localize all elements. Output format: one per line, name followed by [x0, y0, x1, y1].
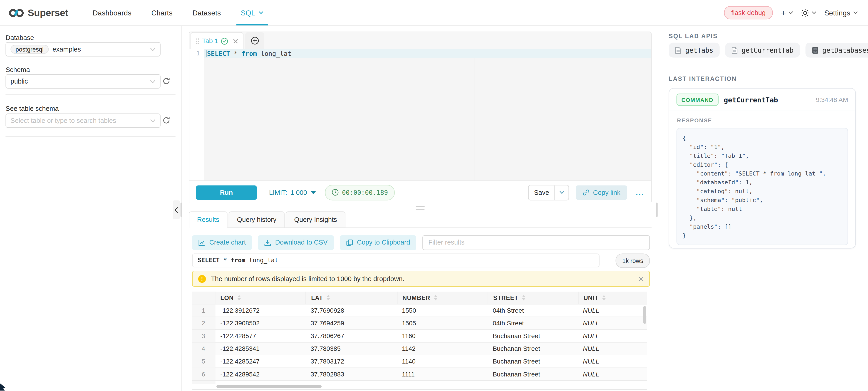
get-tabs-button[interactable]: getTabs [669, 43, 719, 58]
copy-icon [346, 239, 353, 246]
tab-results[interactable]: Results [189, 211, 227, 228]
column-header-number[interactable]: NUMBER [397, 292, 488, 304]
get-current-tab-button[interactable]: getCurrentTab [725, 43, 800, 58]
download-icon [264, 239, 271, 246]
table-row[interactable]: 6 -122.4289542 37.7802883 1111 Buchanan … [192, 368, 647, 381]
copy-link-button[interactable]: Copy link [576, 185, 627, 199]
save-button[interactable]: Save [529, 185, 554, 199]
sort-icon [327, 295, 330, 300]
table-cell: 04th Street [488, 320, 578, 327]
vertical-scrollbar-thumb[interactable] [643, 306, 646, 324]
run-query-button[interactable]: Run [196, 185, 257, 199]
schema-select[interactable]: public [5, 74, 161, 89]
last-interaction-card: COMMAND getCurrentTab 9:34:48 AM RESPONS… [669, 88, 856, 249]
horizontal-scrollbar[interactable] [192, 384, 647, 390]
print-margin-line [474, 49, 474, 181]
superset-logo[interactable]: Superset [9, 7, 68, 19]
settings-menu[interactable]: Settings [824, 9, 858, 17]
schema-value: public [10, 77, 28, 85]
save-dropdown-button[interactable] [554, 185, 569, 199]
horizontal-scrollbar-thumb[interactable] [216, 385, 321, 388]
table-cell: Buchanan Street [488, 358, 578, 365]
sort-icon [434, 295, 437, 300]
navbar: Superset Dashboards Charts Datasets SQL … [0, 0, 868, 26]
response-json: { "id": "1", "title": "Tab 1", "editor":… [677, 128, 848, 245]
chevron-down-icon [811, 11, 816, 14]
download-csv-button[interactable]: Download to CSV [258, 235, 334, 250]
table-cell: -122.4285247 [215, 358, 306, 365]
toolbar-right: Save Copy link ... [528, 185, 644, 200]
get-databases-button[interactable]: getDatabases [805, 43, 868, 58]
table-cell: NULL [578, 371, 647, 378]
refresh-schemas-icon[interactable] [162, 77, 171, 86]
table-body: 1 -122.3912672 37.7690928 1550 04th Stre… [192, 304, 647, 381]
theme-menu[interactable] [801, 9, 816, 17]
create-chart-button[interactable]: Create chart [192, 235, 252, 250]
link-icon [583, 189, 590, 196]
row-number: 4 [192, 343, 215, 355]
table-row[interactable]: 4 -122.4285341 37.780385 1142 Buchanan S… [192, 343, 647, 355]
editor-toolbar: Run LIMIT: 1 000 00:00:00.189 Save [189, 181, 651, 204]
database-label: Database [5, 34, 34, 41]
table-row[interactable]: 5 -122.4285247 37.7803172 1140 Buchanan … [192, 355, 647, 368]
tab-query-insights[interactable]: Query Insights [286, 211, 345, 228]
copy-to-clipboard-button[interactable]: Copy to Clipboard [340, 235, 416, 250]
sql-editor-main: Tab 1 [189, 26, 652, 391]
command-name: getCurrentTab [724, 95, 778, 104]
row-number-header [192, 292, 215, 304]
chevron-down-icon [559, 191, 564, 194]
limit-dropdown[interactable]: LIMIT: 1 000 [269, 189, 316, 196]
column-header-street[interactable]: STREET [488, 292, 578, 304]
refresh-tables-icon[interactable] [162, 116, 171, 125]
editor-tab-1[interactable]: Tab 1 [190, 32, 244, 49]
nav-sql-label: SQL [241, 9, 255, 17]
nav-sql[interactable]: SQL [231, 0, 273, 26]
last-interaction-heading: LAST INTERACTION [669, 75, 737, 82]
row-limit-alert: ! The number of rows displayed is limite… [192, 271, 650, 287]
left-panel-resize-handle[interactable] [181, 202, 182, 217]
sql-table-name: long_lat [261, 50, 291, 58]
new-menu[interactable]: + [781, 8, 793, 17]
column-header-lon[interactable]: LON [215, 292, 306, 304]
editor-panel: Tab 1 [189, 32, 652, 204]
new-tab-button[interactable] [246, 32, 265, 48]
tab-query-history[interactable]: Query history [229, 211, 285, 228]
nav-datasets[interactable]: Datasets [183, 0, 231, 26]
editor-tab-label: Tab 1 [202, 37, 218, 45]
divider [5, 94, 175, 94]
table-select-placeholder: Select table or type to search tables [10, 117, 116, 124]
editor-tabstrip: Tab 1 [189, 32, 651, 49]
close-alert-icon[interactable] [638, 276, 644, 281]
row-number: 3 [192, 330, 215, 342]
table-row[interactable]: 3 -122.428577 37.7806267 1160 Buchanan S… [192, 330, 647, 343]
get-current-tab-label: getCurrentTab [742, 46, 794, 54]
sql-star: * [223, 257, 227, 264]
copy-link-label: Copy link [593, 189, 620, 196]
table-cell: 04th Street [488, 307, 578, 314]
table-cell: NULL [578, 345, 647, 352]
table-select[interactable]: Select table or type to search tables [5, 113, 161, 128]
close-tab-icon[interactable] [233, 38, 238, 43]
divider [5, 136, 175, 137]
table-row[interactable]: 1 -122.3912672 37.7690928 1550 04th Stre… [192, 304, 647, 317]
chevron-down-icon [150, 47, 156, 51]
right-panel-resize-handle[interactable] [656, 202, 657, 217]
chart-icon [198, 239, 206, 246]
panel-resize-handle[interactable] [189, 205, 652, 210]
database-select[interactable]: postgresql examples [5, 42, 161, 56]
table-cell: 37.7803172 [306, 358, 397, 365]
collapse-left-panel-button[interactable] [173, 200, 180, 219]
nav-charts[interactable]: Charts [142, 0, 183, 26]
table-cell: 37.780385 [306, 345, 397, 352]
more-actions-button[interactable]: ... [636, 188, 644, 197]
column-header-lat[interactable]: LAT [306, 292, 397, 304]
filter-results-input[interactable] [422, 235, 650, 250]
database-icon [811, 46, 818, 54]
nav-dashboards[interactable]: Dashboards [83, 0, 142, 26]
sql-code-editor[interactable]: 1 SELECT * from long_lat [189, 49, 651, 181]
column-header-unit[interactable]: UNIT [578, 292, 647, 304]
table-cell: 37.7694259 [306, 320, 397, 327]
table-row[interactable]: 2 -122.3908502 37.7694259 1505 04th Stre… [192, 317, 647, 330]
table-cell: 1505 [397, 320, 488, 327]
database-type-tag: postgresql [10, 45, 49, 54]
